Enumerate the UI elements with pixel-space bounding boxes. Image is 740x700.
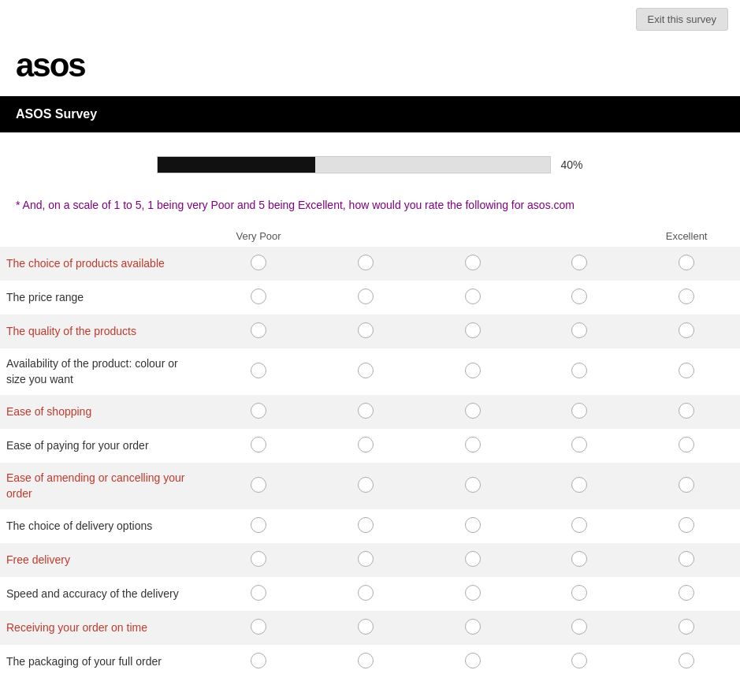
radio-col-1 [205,281,312,315]
radio-price-range-2[interactable] [358,289,374,304]
radio-ease-amending-2[interactable] [358,477,374,493]
radio-col-4 [526,463,633,509]
radio-ease-paying-1[interactable] [251,437,266,452]
radio-col-2 [312,645,419,679]
radio-col-2 [312,611,419,645]
rating-table: Very Poor Excellent The choice of produc… [0,225,740,679]
radio-ease-amending-3[interactable] [465,477,481,493]
radio-free-delivery-2[interactable] [358,551,374,567]
radio-choice-products-1[interactable] [251,255,266,270]
radio-quality-products-2[interactable] [358,322,374,338]
radio-availability-4[interactable] [571,363,587,378]
table-row: Ease of shopping [0,395,740,429]
logo-area: asos [0,39,740,96]
radio-price-range-3[interactable] [465,289,481,304]
radio-col-3 [419,645,526,679]
radio-choice-delivery-2[interactable] [358,517,374,533]
row-label-free-delivery: Free delivery [0,543,205,577]
survey-title: ASOS Survey [16,107,97,121]
radio-choice-products-4[interactable] [571,255,587,270]
table-row: The quality of the products [0,315,740,348]
radio-col-4 [526,395,633,429]
radio-ease-amending-4[interactable] [571,477,587,493]
radio-col-2 [312,315,419,348]
radio-ease-shopping-3[interactable] [465,403,481,419]
radio-receiving-order-1[interactable] [251,619,266,635]
radio-choice-delivery-1[interactable] [251,517,266,533]
radio-ease-paying-2[interactable] [358,437,374,452]
radio-speed-accuracy-1[interactable] [251,585,266,601]
radio-ease-shopping-2[interactable] [358,403,374,419]
radio-packaging-5[interactable] [679,653,694,668]
table-row: Receiving your order on time [0,611,740,645]
radio-quality-products-3[interactable] [465,322,481,338]
radio-ease-shopping-5[interactable] [679,403,694,419]
radio-packaging-1[interactable] [251,653,266,668]
radio-availability-1[interactable] [251,363,266,378]
radio-packaging-2[interactable] [358,653,374,668]
radio-free-delivery-3[interactable] [465,551,481,567]
radio-col-5 [633,395,740,429]
radio-col-4 [526,577,633,611]
radio-availability-2[interactable] [358,363,374,378]
radio-quality-products-4[interactable] [571,322,587,338]
radio-ease-amending-5[interactable] [679,477,694,493]
radio-receiving-order-2[interactable] [358,619,374,635]
row-label-ease-paying: Ease of paying for your order [0,429,205,463]
radio-ease-paying-4[interactable] [571,437,587,452]
radio-price-range-1[interactable] [251,289,266,304]
radio-choice-products-5[interactable] [679,255,694,270]
radio-choice-delivery-5[interactable] [679,517,694,533]
radio-ease-shopping-1[interactable] [251,403,266,419]
radio-choice-products-2[interactable] [358,255,374,270]
radio-receiving-order-4[interactable] [571,619,587,635]
row-label-price-range: The price range [0,281,205,315]
row-label-choice-delivery: The choice of delivery options [0,509,205,543]
radio-price-range-5[interactable] [679,289,694,304]
radio-col-2 [312,395,419,429]
radio-col-2 [312,543,419,577]
radio-col-3 [419,247,526,281]
radio-speed-accuracy-5[interactable] [679,585,694,601]
table-row: Speed and accuracy of the delivery [0,577,740,611]
exit-survey-button[interactable]: Exit this survey [636,8,728,31]
radio-col-1 [205,509,312,543]
radio-free-delivery-4[interactable] [571,551,587,567]
radio-quality-products-1[interactable] [251,322,266,338]
progress-fill [158,157,314,173]
radio-ease-paying-3[interactable] [465,437,481,452]
radio-ease-shopping-4[interactable] [571,403,587,419]
radio-ease-paying-5[interactable] [679,437,694,452]
radio-speed-accuracy-3[interactable] [465,585,481,601]
radio-col-1 [205,577,312,611]
radio-choice-delivery-4[interactable] [571,517,587,533]
radio-choice-products-3[interactable] [465,255,481,270]
radio-speed-accuracy-2[interactable] [358,585,374,601]
radio-col-4 [526,315,633,348]
row-label-ease-shopping: Ease of shopping [0,395,205,429]
radio-col-3 [419,348,526,395]
radio-col-2 [312,509,419,543]
radio-col-5 [633,611,740,645]
radio-col-5 [633,645,740,679]
radio-choice-delivery-3[interactable] [465,517,481,533]
survey-header: ASOS Survey [0,96,740,132]
radio-receiving-order-3[interactable] [465,619,481,635]
table-header-row: Very Poor Excellent [0,225,740,247]
radio-packaging-3[interactable] [465,653,481,668]
radio-free-delivery-1[interactable] [251,551,266,567]
radio-speed-accuracy-4[interactable] [571,585,587,601]
radio-availability-5[interactable] [679,363,694,378]
col3-header [419,225,526,247]
radio-packaging-4[interactable] [571,653,587,668]
radio-price-range-4[interactable] [571,289,587,304]
radio-ease-amending-1[interactable] [251,477,266,493]
progress-bar [157,156,551,173]
row-label-availability: Availability of the product: colour or s… [0,348,205,395]
table-row: Ease of amending or cancelling your orde… [0,463,740,509]
radio-quality-products-5[interactable] [679,322,694,338]
radio-free-delivery-5[interactable] [679,551,694,567]
radio-col-5 [633,281,740,315]
radio-availability-3[interactable] [465,363,481,378]
radio-receiving-order-5[interactable] [679,619,694,635]
